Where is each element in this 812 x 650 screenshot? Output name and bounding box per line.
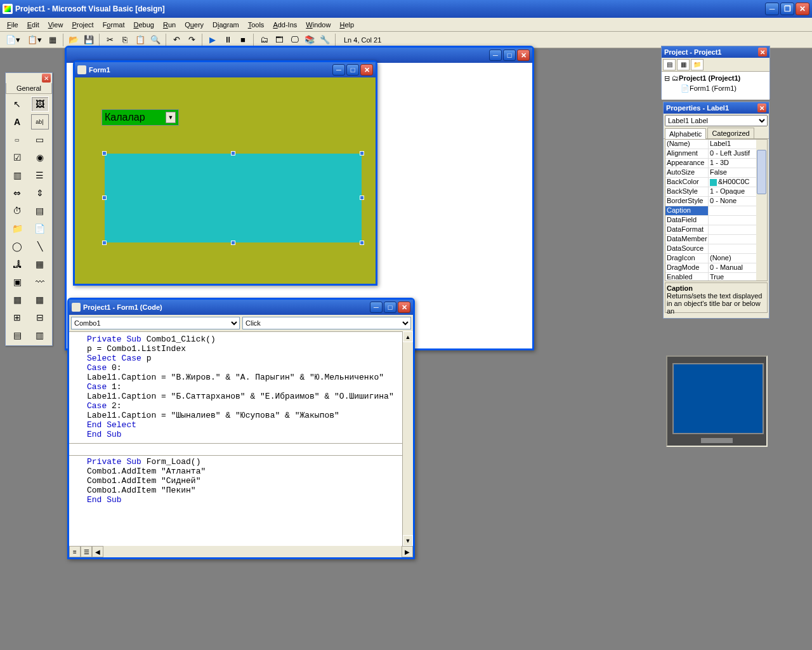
props-scrollbar[interactable] (756, 140, 767, 281)
code-editor[interactable]: Private Sub Combo1_Click() p = Combo1.Li… (69, 331, 413, 546)
property-row[interactable]: Caption (665, 206, 767, 216)
view-object-button[interactable]: ▦ (677, 59, 690, 70)
tool-extra6[interactable]: ▤ (8, 328, 26, 343)
menu-help[interactable]: Help (335, 20, 358, 30)
tool-extra7[interactable]: ▥ (31, 328, 49, 343)
code-close-button[interactable]: ✕ (398, 302, 410, 313)
menu-query[interactable]: Query (180, 20, 208, 30)
menu-debug[interactable]: Debug (129, 20, 158, 30)
form-min-button[interactable]: ─ (332, 64, 345, 76)
property-row[interactable]: Appearance1 - 3D (665, 159, 767, 168)
tool-extra1[interactable]: 〰 (31, 274, 49, 289)
textbox-tool[interactable]: ab| (31, 114, 49, 129)
menu-tools[interactable]: Tools (244, 20, 269, 30)
view-code-button[interactable]: ▤ (663, 59, 676, 70)
redo-button[interactable]: ↷ (185, 33, 199, 47)
ole-tool[interactable]: ▣ (8, 274, 26, 289)
props-close-button[interactable]: ✕ (757, 103, 766, 112)
object-selector[interactable]: Combo1 (71, 317, 240, 329)
drivelistbox-tool[interactable]: ▤ (31, 203, 49, 218)
mdi-max-button[interactable]: □ (503, 50, 516, 61)
props-grid[interactable]: (Name)Label1Alignment0 - Left JustifAppe… (665, 139, 768, 281)
save-button[interactable]: 💾 (82, 33, 96, 47)
undo-button[interactable]: ↶ (169, 33, 183, 47)
form-designer-window[interactable]: Form1 ─ □ ✕ Калалар ▼ (73, 60, 377, 286)
optionbutton-tool[interactable]: ◉ (31, 150, 49, 165)
project-root-node[interactable]: Project1 (Project1) (679, 74, 740, 82)
project-explorer-button[interactable]: 🗂 (257, 33, 271, 47)
form-layout-screen[interactable] (672, 363, 764, 434)
project-tree[interactable]: ⊟ 🗂 Project1 (Project1) 📄 Form1 (Form1) (662, 72, 769, 100)
selection-handle[interactable] (231, 241, 235, 245)
shape-tool[interactable]: ◯ (8, 239, 26, 254)
hscroll-right[interactable]: ▶ (402, 546, 413, 557)
props-tab-alphabetic[interactable]: Alphabetic (665, 128, 706, 139)
menu-editor-button[interactable]: ▦ (46, 33, 60, 47)
maximize-button[interactable]: ❐ (780, 3, 794, 15)
property-row[interactable]: (Name)Label1 (665, 140, 767, 149)
property-row[interactable]: DataFormat (665, 225, 767, 235)
label1-control[interactable] (105, 154, 362, 242)
open-button[interactable]: 📂 (67, 33, 81, 47)
label-tool[interactable]: A (8, 114, 26, 129)
toolbox-button[interactable]: 🔧 (318, 33, 332, 47)
listbox-tool[interactable]: ☰ (31, 168, 49, 183)
property-row[interactable]: EnabledTrue (665, 273, 767, 281)
property-row[interactable]: BackColor&H00C0C (665, 178, 767, 187)
menu-view[interactable]: View (44, 20, 68, 30)
add-form-button[interactable]: 📋▾ (24, 33, 44, 47)
tool-extra2[interactable]: ▦ (8, 292, 26, 307)
minimize-button[interactable]: ─ (765, 3, 779, 15)
line-tool[interactable]: ╲ (31, 239, 49, 254)
picturebox-tool[interactable]: 🖼 (31, 96, 49, 112)
commandbutton-tool[interactable]: ▭ (31, 132, 49, 147)
tool-extra3[interactable]: ▦ (31, 292, 49, 307)
property-row[interactable]: BackStyle1 - Opaque (665, 187, 767, 197)
image-tool[interactable]: 🏞 (8, 256, 26, 272)
props-object-selector[interactable]: Label1 Label (665, 115, 768, 126)
project-form-node[interactable]: Form1 (Form1) (690, 84, 737, 92)
combo1-control[interactable]: Калалар ▼ (102, 109, 179, 126)
object-browser-button[interactable]: 📚 (303, 33, 317, 47)
form-close-button[interactable]: ✕ (360, 64, 373, 76)
combobox-tool[interactable]: ▥ (8, 168, 26, 183)
menu-edit[interactable]: Edit (23, 20, 44, 30)
copy-button[interactable]: ⎘ (118, 33, 132, 47)
mdi-close-button[interactable]: ✕ (517, 50, 530, 61)
filelistbox-tool[interactable]: 📄 (31, 221, 49, 236)
property-row[interactable]: DataField (665, 216, 767, 225)
selection-handle[interactable] (102, 241, 107, 245)
property-row[interactable]: Alignment0 - Left Justif (665, 149, 767, 159)
start-button[interactable]: ▶ (206, 33, 219, 47)
project-panel-close[interactable]: ✕ (758, 48, 767, 56)
menu-run[interactable]: Run (159, 20, 180, 30)
tool-extra4[interactable]: ⊞ (8, 310, 26, 325)
menu-diagram[interactable]: Diagram (208, 20, 244, 30)
procedure-selector[interactable]: Click (242, 317, 411, 329)
toolbox-tab-general[interactable]: General (6, 83, 52, 94)
dirlistbox-tool[interactable]: 📁 (8, 221, 26, 236)
menu-project[interactable]: Project (67, 20, 98, 30)
code-min-button[interactable]: ─ (370, 302, 383, 313)
selection-handle[interactable] (360, 196, 364, 200)
pointer-tool[interactable]: ↖ (8, 96, 26, 112)
hscrollbar-tool[interactable]: ⇔ (8, 185, 26, 201)
toolbox-close-button[interactable]: ✕ (42, 74, 51, 83)
property-row[interactable]: DragMode0 - Manual (665, 263, 767, 273)
selection-handle[interactable] (360, 241, 364, 245)
menu-window[interactable]: Window (301, 20, 335, 30)
checkbox-tool[interactable]: ☑ (8, 150, 26, 165)
property-row[interactable]: BorderStyle0 - None (665, 197, 767, 206)
code-window[interactable]: Project1 - Form1 (Code) ─ □ ✕ Combo1 Cli… (67, 298, 415, 559)
code-max-button[interactable]: □ (384, 302, 396, 313)
toggle-folders-button[interactable]: 📁 (691, 59, 704, 70)
close-button[interactable]: ✕ (796, 3, 809, 15)
combo1-dropdown-icon[interactable]: ▼ (166, 112, 176, 123)
menu-file[interactable]: File (3, 20, 23, 30)
timer-tool[interactable]: ⏱ (8, 203, 26, 218)
form-design-surface[interactable]: Калалар ▼ (75, 77, 376, 284)
code-vscrollbar[interactable]: ▲▼ (402, 331, 413, 546)
break-button[interactable]: ⏸ (221, 33, 235, 47)
selection-handle[interactable] (360, 151, 364, 156)
end-button[interactable]: ■ (236, 33, 250, 47)
